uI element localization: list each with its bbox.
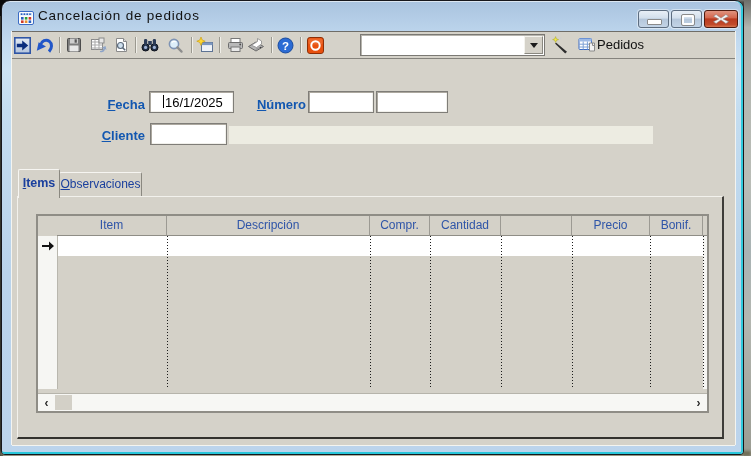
combobox-dropdown-button[interactable] (524, 36, 543, 54)
new-button[interactable] (195, 35, 215, 55)
wand-icon (551, 36, 569, 54)
grid-header-descripcion[interactable]: Descripción (167, 216, 370, 236)
scroll-left-button[interactable]: ‹ (38, 394, 55, 411)
client-area: ? Pedidos Fecha (12, 31, 735, 445)
grid-column-line (650, 236, 651, 389)
tab-items[interactable]: Items (18, 169, 60, 198)
close-button[interactable] (704, 10, 738, 28)
toolbar: ? Pedidos (12, 32, 735, 59)
grid-header-precio[interactable]: Precio (572, 216, 650, 236)
grid-header-bonif[interactable]: Bonif. (650, 216, 703, 236)
desktop-edge-right (744, 0, 751, 456)
toolbar-separator (135, 37, 136, 53)
enter-arrow-icon (14, 37, 31, 54)
grid-header-label: Compr. (380, 218, 419, 232)
wand-button[interactable] (551, 36, 569, 54)
numero-label-text: úmero (266, 97, 306, 112)
new-window-icon (196, 37, 214, 54)
minimize-button[interactable] (638, 10, 669, 28)
zoom-button[interactable] (165, 35, 185, 55)
grid-header-label: Item (100, 218, 123, 232)
scroll-left-icon: ‹ (45, 396, 49, 410)
scroll-right-icon: › (697, 396, 701, 410)
grid-header-compr[interactable]: Compr. (370, 216, 430, 236)
numero-label-accel: N (257, 97, 266, 112)
cliente-label-accel: C (102, 128, 111, 143)
grid-header-blank[interactable] (501, 216, 572, 236)
printer-icon (227, 37, 244, 53)
pedidos-label: Pedidos (597, 37, 644, 52)
text-caret (163, 95, 164, 108)
toolbar-separator (191, 37, 192, 53)
help-button[interactable]: ? (275, 35, 295, 55)
tab-observaciones-text: bservaciones (70, 177, 141, 191)
fecha-label-text: echa (115, 97, 145, 112)
numero-input-1[interactable] (308, 91, 374, 113)
grid-column-line (370, 236, 371, 389)
grid-row-empty[interactable] (57, 236, 707, 256)
minimize-icon (647, 19, 662, 25)
print-preview-icon (113, 37, 129, 53)
grid-header-item[interactable]: Item (57, 216, 167, 236)
svg-text:?: ? (281, 39, 288, 51)
grid-horizontal-scrollbar[interactable]: ‹ › (38, 393, 707, 411)
grid-column-line (430, 236, 431, 389)
toolbar-separator (271, 37, 272, 53)
tab-items-text: tems (26, 176, 55, 190)
grid-column-line (501, 236, 502, 389)
grid-header-filler (703, 216, 707, 236)
grid-header-cantidad[interactable]: Cantidad (430, 216, 501, 236)
chevron-down-icon (530, 43, 538, 48)
window-icon (18, 10, 34, 26)
titlebar[interactable]: Cancelación de pedidos (2, 1, 743, 31)
numero-label: Número (232, 97, 306, 112)
post-button[interactable] (88, 35, 108, 55)
cliente-label: Cliente (72, 128, 145, 143)
accept-button[interactable] (12, 35, 32, 55)
grid-column-line (167, 236, 168, 389)
maximize-button[interactable] (671, 10, 702, 28)
help-question-icon: ? (277, 37, 294, 54)
pedidos-button[interactable]: Pedidos (578, 34, 644, 55)
scroll-thumb[interactable] (55, 395, 72, 410)
fecha-value: 16/1/2025 (165, 95, 223, 110)
tab-page-items: Item Descripción Compr. Cantidad Precio … (17, 196, 724, 439)
current-row-arrow-icon (41, 240, 55, 252)
magnifier-icon (167, 37, 184, 54)
exit-button[interactable] (305, 35, 325, 55)
grid-indicator-column (38, 236, 58, 389)
grid-header-label: Bonif. (661, 218, 692, 232)
toolbar-combobox[interactable] (360, 34, 545, 56)
find-button[interactable] (140, 35, 160, 55)
print-button[interactable] (225, 35, 245, 55)
orders-table-icon (578, 36, 596, 53)
cliente-name-display (229, 126, 653, 144)
window-title: Cancelación de pedidos (38, 8, 200, 23)
save-button[interactable] (64, 35, 84, 55)
tab-observaciones-accel: O (60, 177, 69, 191)
fecha-input[interactable]: 16/1/2025 (149, 91, 234, 113)
toolbar-separator (219, 37, 220, 53)
numero-input-2[interactable] (376, 91, 448, 113)
undo-arrow-icon (36, 36, 54, 54)
grid-column-line (572, 236, 573, 389)
grid-header-label: Cantidad (441, 218, 489, 232)
print-setup-button[interactable] (246, 35, 266, 55)
tab-observaciones[interactable]: Observaciones (59, 172, 142, 197)
close-icon (705, 11, 737, 27)
cliente-input[interactable] (150, 123, 227, 145)
fecha-label: Fecha (72, 97, 145, 112)
toolbar-separator (300, 37, 301, 53)
grid-header-label: Precio (593, 218, 627, 232)
grid-column-line (703, 236, 704, 389)
table-post-icon (90, 37, 107, 54)
floppy-disk-icon (66, 37, 82, 53)
toolbar-separator (59, 37, 60, 53)
undo-button[interactable] (35, 35, 55, 55)
scroll-right-button[interactable]: › (690, 394, 707, 411)
preview-button[interactable] (111, 35, 131, 55)
cliente-label-text: liente (111, 128, 145, 143)
screen: Cancelación de pedidos (0, 0, 751, 456)
grid-header-label: Descripción (237, 218, 300, 232)
app-window: Cancelación de pedidos (1, 0, 744, 455)
